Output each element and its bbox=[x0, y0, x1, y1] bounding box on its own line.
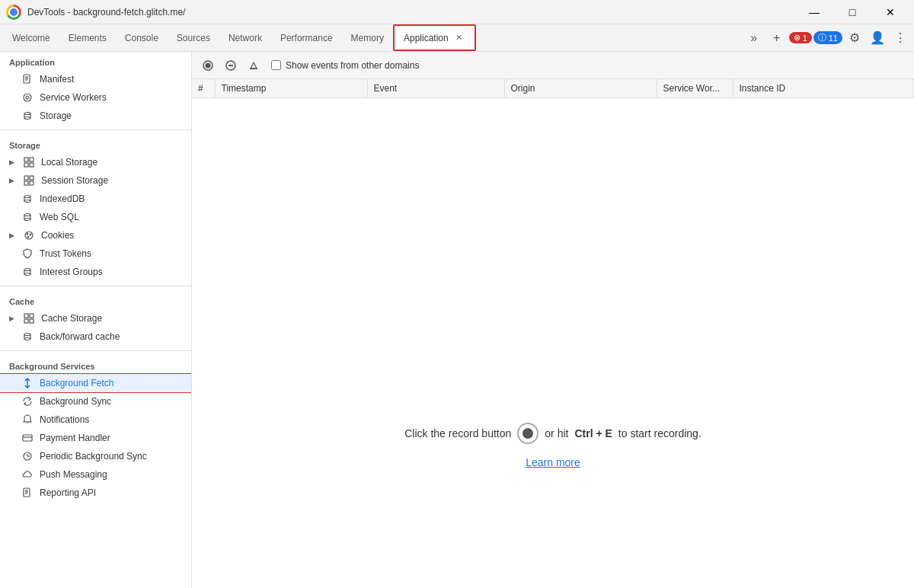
cache-storage-label: Cache Storage bbox=[41, 313, 102, 324]
sidebar-item-manifest[interactable]: Manifest bbox=[0, 70, 191, 88]
svg-point-55 bbox=[206, 62, 211, 68]
cookies-label: Cookies bbox=[41, 230, 74, 241]
title-bar-text: DevTools - background-fetch.glitch.me/ bbox=[27, 7, 791, 18]
sidebar-item-back-forward-cache[interactable]: Back/forward cache bbox=[0, 328, 191, 346]
file-icon bbox=[21, 73, 34, 85]
svg-point-38 bbox=[24, 334, 30, 336]
clock-icon bbox=[21, 450, 34, 462]
svg-rect-34 bbox=[24, 314, 28, 318]
cloud-icon bbox=[21, 468, 34, 481]
svg-rect-45 bbox=[23, 435, 32, 441]
record-button[interactable] bbox=[198, 56, 218, 75]
reporting-api-label: Reporting API bbox=[40, 487, 96, 498]
sidebar-item-trust-tokens[interactable]: Trust Tokens bbox=[0, 244, 191, 263]
arrows-updown-icon bbox=[21, 377, 34, 389]
indexeddb-label: IndexedDB bbox=[40, 193, 85, 204]
sidebar-item-storage[interactable]: Storage bbox=[0, 107, 191, 125]
sidebar-item-cookies[interactable]: ▶ Cookies bbox=[0, 226, 191, 244]
svg-rect-12 bbox=[24, 163, 28, 167]
tab-sources[interactable]: Sources bbox=[168, 24, 219, 51]
sidebar-item-indexeddb[interactable]: IndexedDB bbox=[0, 190, 191, 208]
tab-memory[interactable]: Memory bbox=[342, 24, 393, 51]
svg-rect-16 bbox=[24, 181, 28, 185]
minimize-button[interactable]: — bbox=[797, 0, 832, 24]
expand-arrow-cache-icon: ▶ bbox=[9, 315, 17, 322]
divider-2 bbox=[0, 286, 191, 286]
background-sync-label: Background Sync bbox=[40, 396, 111, 407]
svg-point-9 bbox=[24, 117, 30, 120]
col-header-origin: Origin bbox=[504, 79, 657, 98]
sidebar-section-bg-services: Background Services bbox=[0, 356, 191, 374]
shield-icon bbox=[21, 248, 34, 260]
tab-elements[interactable]: Elements bbox=[59, 24, 116, 51]
svg-point-4 bbox=[24, 94, 31, 101]
close-button[interactable]: ✕ bbox=[873, 0, 908, 24]
sidebar-item-session-storage[interactable]: ▶ Session Storage bbox=[0, 171, 191, 190]
tab-application[interactable]: Application ✕ bbox=[393, 24, 476, 51]
sidebar-item-periodic-background-sync[interactable]: Periodic Background Sync bbox=[0, 447, 191, 465]
tab-close-application[interactable]: ✕ bbox=[453, 32, 465, 44]
svg-point-5 bbox=[26, 96, 29, 99]
stop-button[interactable] bbox=[221, 56, 241, 75]
sidebar-item-reporting-api[interactable]: Reporting API bbox=[0, 484, 191, 502]
user-button[interactable]: 👤 bbox=[867, 27, 888, 49]
tab-console[interactable]: Console bbox=[116, 24, 168, 51]
cylinder-indexeddb-icon bbox=[21, 193, 34, 205]
notifications-label: Notifications bbox=[40, 414, 89, 425]
more-tabs-button[interactable]: » bbox=[743, 27, 765, 49]
clear-button[interactable] bbox=[244, 56, 264, 75]
svg-point-41 bbox=[24, 338, 30, 340]
main-layout: Application Manifest Service Workers bbox=[0, 52, 914, 588]
sidebar-item-payment-handler[interactable]: Payment Handler bbox=[0, 429, 191, 447]
tab-performance[interactable]: Performance bbox=[271, 24, 342, 51]
svg-point-30 bbox=[24, 269, 30, 271]
cylinder-websql-icon bbox=[21, 211, 34, 223]
sidebar-item-local-storage[interactable]: ▶ Local Storage bbox=[0, 153, 191, 171]
hint-text-end: to start recording. bbox=[618, 427, 701, 439]
sidebar-item-interest-groups[interactable]: Interest Groups bbox=[0, 263, 191, 281]
settings-button[interactable]: ⚙ bbox=[844, 27, 865, 49]
sidebar-section-cache: Cache bbox=[0, 291, 191, 309]
background-fetch-label: Background Fetch bbox=[40, 378, 113, 388]
tab-bar-actions: » + ⊗ 1 ⓘ 11 ⚙ 👤 ⋮ bbox=[743, 24, 911, 51]
col-header-sw: Service Wor... bbox=[657, 79, 733, 98]
show-events-label[interactable]: Show events from other domains bbox=[271, 60, 419, 71]
svg-point-6 bbox=[24, 113, 30, 115]
svg-point-26 bbox=[25, 232, 33, 239]
record-hint: Click the record button or hit Ctrl + E … bbox=[404, 423, 701, 444]
info-badge: ⓘ 11 bbox=[813, 31, 842, 44]
tab-welcome[interactable]: Welcome bbox=[3, 24, 59, 51]
sidebar-item-service-workers[interactable]: Service Workers bbox=[0, 88, 191, 107]
tab-network[interactable]: Network bbox=[219, 24, 271, 51]
grid-icon-session bbox=[23, 174, 35, 187]
sidebar-item-background-fetch[interactable]: Background Fetch bbox=[0, 374, 191, 392]
menu-button[interactable]: ⋮ bbox=[890, 27, 911, 49]
svg-rect-14 bbox=[24, 176, 28, 180]
show-events-checkbox[interactable] bbox=[271, 60, 281, 70]
push-messaging-label: Push Messaging bbox=[40, 469, 107, 480]
sync-icon bbox=[21, 395, 34, 407]
sidebar-item-push-messaging[interactable]: Push Messaging bbox=[0, 465, 191, 484]
col-header-event: Event bbox=[367, 79, 504, 98]
sidebar-item-background-sync[interactable]: Background Sync bbox=[0, 392, 191, 411]
cylinder-interest-icon bbox=[21, 266, 34, 278]
back-forward-cache-label: Back/forward cache bbox=[40, 331, 120, 342]
svg-rect-37 bbox=[30, 319, 34, 323]
manifest-label: Manifest bbox=[40, 74, 74, 85]
svg-rect-17 bbox=[30, 181, 34, 185]
title-bar-controls: — □ ✕ bbox=[797, 0, 908, 24]
title-bar: DevTools - background-fetch.glitch.me/ —… bbox=[0, 0, 914, 24]
sidebar-item-cache-storage[interactable]: ▶ Cache Storage bbox=[0, 309, 191, 328]
svg-point-27 bbox=[27, 233, 28, 235]
new-tab-button[interactable]: + bbox=[766, 27, 788, 49]
learn-more-link[interactable]: Learn more bbox=[526, 456, 580, 468]
sidebar-item-notifications[interactable]: Notifications bbox=[0, 411, 191, 429]
service-workers-label: Service Workers bbox=[40, 92, 107, 103]
maximize-button[interactable]: □ bbox=[835, 0, 870, 24]
show-events-text: Show events from other domains bbox=[286, 60, 419, 71]
sidebar-item-web-sql[interactable]: Web SQL bbox=[0, 208, 191, 226]
empty-state: Click the record button or hit Ctrl + E … bbox=[192, 303, 914, 588]
storage-label: Storage bbox=[40, 110, 72, 121]
bell-icon bbox=[21, 414, 34, 426]
expand-arrow-session-icon: ▶ bbox=[9, 177, 17, 184]
